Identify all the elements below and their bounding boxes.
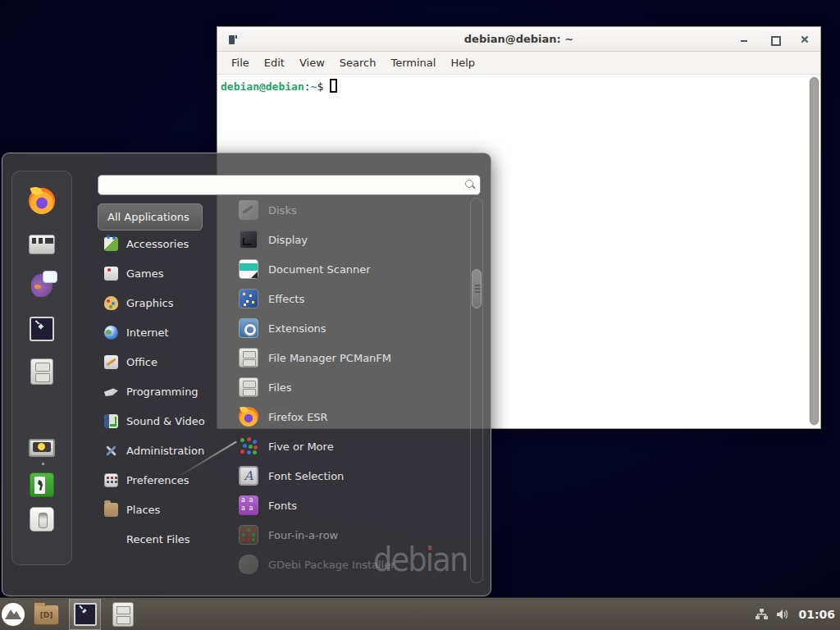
graphics-icon bbox=[104, 296, 118, 310]
firefox-esr-icon bbox=[239, 407, 258, 427]
terminal-titlebar[interactable]: debian@debian: ~ bbox=[217, 27, 820, 52]
category-accessories[interactable]: Accessories bbox=[98, 229, 225, 258]
file-manager-icon bbox=[239, 348, 258, 368]
maximize-button[interactable] bbox=[769, 34, 780, 45]
terminal-task-icon bbox=[74, 603, 97, 626]
menu-help[interactable]: Help bbox=[443, 53, 482, 72]
menu-scrollbar[interactable] bbox=[470, 198, 483, 583]
taskbar-file-manager-button[interactable] bbox=[112, 602, 134, 627]
app-files[interactable]: Files bbox=[239, 372, 470, 402]
app-fonts[interactable]: Fonts bbox=[239, 491, 470, 520]
app-extensions[interactable]: Extensions bbox=[239, 313, 470, 343]
category-places[interactable]: Places bbox=[98, 495, 225, 524]
search-icon bbox=[464, 179, 476, 190]
lock-screen-button[interactable] bbox=[27, 433, 57, 463]
app-document-scanner[interactable]: Document Scanner bbox=[239, 254, 470, 284]
games-icon bbox=[104, 267, 118, 281]
category-office[interactable]: Office bbox=[98, 347, 225, 377]
category-internet[interactable]: Internet bbox=[98, 317, 225, 347]
accessories-icon bbox=[104, 237, 118, 251]
terminal-prompt: debian@debian:~$ bbox=[217, 75, 820, 93]
app-font-selection[interactable]: Font Selection bbox=[239, 461, 470, 491]
administration-icon bbox=[104, 444, 118, 458]
category-graphics[interactable]: Graphics bbox=[98, 288, 225, 317]
application-menu: All Applications Accessories Games Graph… bbox=[2, 153, 491, 596]
internet-icon bbox=[104, 326, 118, 340]
pidgin-icon bbox=[31, 274, 52, 297]
fonts-icon bbox=[239, 495, 258, 515]
file-cabinet-icon bbox=[30, 358, 53, 385]
category-programming[interactable]: Programming bbox=[98, 377, 225, 406]
menu-launcher-button[interactable] bbox=[1, 602, 25, 627]
shutdown-icon bbox=[30, 507, 54, 532]
logout-icon bbox=[30, 472, 54, 497]
taskbar: [D] 01:06 bbox=[0, 597, 840, 630]
category-preferences[interactable]: Preferences bbox=[98, 465, 225, 495]
four-in-a-row-icon bbox=[239, 525, 258, 545]
favorite-pidgin-button[interactable] bbox=[27, 271, 57, 300]
favorite-control-center-button[interactable] bbox=[27, 230, 57, 259]
logout-button[interactable] bbox=[27, 470, 57, 500]
app-file-manager-pcmanfm[interactable]: File Manager PCManFM bbox=[239, 343, 470, 372]
sound-video-icon bbox=[104, 414, 118, 428]
preferences-icon bbox=[104, 473, 118, 487]
terminal-scrollbar-thumb[interactable] bbox=[810, 77, 819, 425]
extensions-icon bbox=[239, 318, 258, 338]
app-effects[interactable]: Effects bbox=[239, 284, 470, 313]
control-center-icon bbox=[29, 235, 55, 254]
disks-icon bbox=[239, 200, 258, 220]
terminal-window-title: debian@debian: ~ bbox=[217, 33, 820, 45]
menu-scrollbar-thumb[interactable] bbox=[472, 269, 482, 308]
network-icon[interactable] bbox=[755, 608, 769, 621]
firefox-icon bbox=[29, 188, 55, 214]
taskbar-clock[interactable]: 01:06 bbox=[798, 608, 835, 621]
menu-mountain-icon bbox=[1, 602, 25, 627]
taskbar-terminal-task[interactable] bbox=[69, 599, 101, 630]
search-input[interactable] bbox=[98, 175, 481, 195]
folder-badge: [D] bbox=[40, 611, 53, 619]
desktop: debian@debian: ~ File Edit View Search T… bbox=[0, 0, 840, 630]
close-button[interactable] bbox=[799, 34, 810, 45]
terminal-menubar: File Edit View Search Terminal Help bbox=[217, 52, 820, 75]
app-gdebi-package-installer[interactable]: GDebi Package Installer bbox=[239, 550, 470, 579]
category-recent-files[interactable]: Recent Files bbox=[98, 524, 225, 554]
minimize-button[interactable] bbox=[738, 34, 750, 45]
category-sound-video[interactable]: Sound & Video bbox=[98, 406, 225, 436]
effects-icon bbox=[239, 289, 258, 308]
favorite-firefox-button[interactable] bbox=[27, 186, 57, 216]
menu-file[interactable]: File bbox=[224, 53, 257, 72]
menu-edit[interactable]: Edit bbox=[257, 53, 292, 72]
taskbar-folder-button[interactable]: [D] bbox=[34, 605, 59, 625]
office-icon bbox=[104, 355, 118, 369]
five-or-more-icon bbox=[239, 436, 258, 456]
terminal-window-icon bbox=[229, 35, 235, 44]
files-icon bbox=[239, 377, 258, 397]
menu-search[interactable]: Search bbox=[332, 53, 384, 72]
terminal-scrollbar[interactable] bbox=[809, 76, 819, 426]
app-disks[interactable]: Disks bbox=[239, 196, 470, 225]
shutdown-button[interactable] bbox=[27, 504, 57, 534]
prompt-user-host: debian@debian bbox=[221, 80, 304, 93]
document-scanner-icon bbox=[239, 259, 258, 279]
volume-icon[interactable] bbox=[776, 608, 791, 621]
favorite-terminal-button[interactable] bbox=[27, 314, 57, 344]
app-four-in-a-row[interactable]: Four-in-a-row bbox=[239, 520, 470, 550]
places-icon bbox=[104, 503, 118, 517]
screensaver-icon bbox=[29, 439, 55, 457]
category-administration[interactable]: Administration bbox=[98, 436, 225, 465]
programming-icon bbox=[104, 385, 118, 399]
menu-terminal[interactable]: Terminal bbox=[383, 53, 443, 72]
font-selection-icon bbox=[239, 466, 258, 486]
terminal-icon bbox=[30, 317, 54, 341]
application-list: Disks Display Document Scanner Effects E… bbox=[237, 196, 472, 584]
terminal-cursor bbox=[330, 79, 337, 93]
filter-all-applications[interactable]: All Applications bbox=[98, 203, 203, 231]
category-games[interactable]: Games bbox=[98, 258, 225, 288]
app-firefox-esr[interactable]: Firefox ESR bbox=[239, 402, 470, 431]
app-display[interactable]: Display bbox=[239, 225, 470, 254]
favorite-file-manager-button[interactable] bbox=[27, 357, 57, 386]
gdebi-icon bbox=[239, 555, 258, 574]
display-icon bbox=[239, 230, 258, 249]
menu-view[interactable]: View bbox=[292, 53, 332, 72]
app-five-or-more[interactable]: Five or More bbox=[239, 431, 470, 461]
